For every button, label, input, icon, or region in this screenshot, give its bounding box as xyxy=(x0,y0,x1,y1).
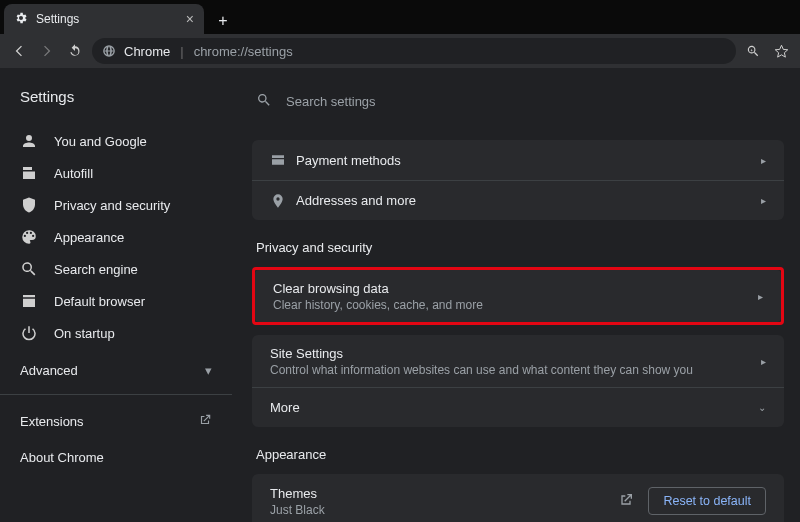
shield-icon xyxy=(20,196,38,214)
sidebar-item-privacy[interactable]: Privacy and security xyxy=(0,189,232,221)
sidebar-item-label: Default browser xyxy=(54,294,145,309)
sidebar-item-autofill[interactable]: Autofill xyxy=(0,157,232,189)
row-addresses[interactable]: Addresses and more ▸ xyxy=(252,180,784,220)
sidebar-item-label: You and Google xyxy=(54,134,147,149)
power-icon xyxy=(20,324,38,342)
chevron-right-icon: ▸ xyxy=(761,195,766,206)
extensions-label: Extensions xyxy=(20,414,84,429)
forward-button[interactable] xyxy=(36,40,58,62)
settings-heading: Settings xyxy=(0,84,232,125)
row-title: Clear browsing data xyxy=(273,281,758,296)
row-title: More xyxy=(270,400,758,415)
settings-main: Payment methods ▸ Addresses and more ▸ P… xyxy=(232,68,800,522)
settings-search-input[interactable] xyxy=(286,94,800,109)
url-origin: Chrome xyxy=(124,44,170,59)
person-icon xyxy=(20,132,38,150)
browser-icon xyxy=(20,292,38,310)
sidebar-extensions-link[interactable]: Extensions xyxy=(0,403,232,439)
row-payment-methods[interactable]: Payment methods ▸ xyxy=(252,140,784,180)
section-header-appearance: Appearance xyxy=(252,437,784,474)
row-site-settings[interactable]: Site Settings Control what information w… xyxy=(252,335,784,387)
row-subtitle: Just Black xyxy=(270,503,618,517)
reset-theme-button[interactable]: Reset to default xyxy=(648,487,766,515)
external-link-icon[interactable] xyxy=(618,492,634,511)
row-subtitle: Clear history, cookies, cache, and more xyxy=(273,298,758,312)
chevron-right-icon: ▸ xyxy=(758,291,763,302)
sidebar-divider xyxy=(0,394,232,395)
sidebar-about-link[interactable]: About Chrome xyxy=(0,439,232,475)
palette-icon xyxy=(20,228,38,246)
zoom-icon[interactable] xyxy=(742,44,764,59)
advanced-label: Advanced xyxy=(20,363,78,378)
row-clear-browsing-data[interactable]: Clear browsing data Clear history, cooki… xyxy=(255,270,781,322)
clear-browsing-data-highlight: Clear browsing data Clear history, cooki… xyxy=(252,267,784,325)
privacy-card: Site Settings Control what information w… xyxy=(252,335,784,427)
sidebar-item-label: Privacy and security xyxy=(54,198,170,213)
url-separator: | xyxy=(178,44,185,59)
close-icon[interactable]: × xyxy=(186,11,194,27)
location-icon xyxy=(270,193,296,209)
row-themes[interactable]: Themes Just Black Reset to default xyxy=(252,474,784,522)
chevron-right-icon: ▸ xyxy=(761,155,766,166)
reload-button[interactable] xyxy=(64,40,86,62)
autofill-icon xyxy=(20,164,38,182)
about-label: About Chrome xyxy=(20,450,104,465)
sidebar-item-default-browser[interactable]: Default browser xyxy=(0,285,232,317)
url-path: chrome://settings xyxy=(194,44,293,59)
chevron-right-icon: ▸ xyxy=(761,356,766,367)
row-subtitle: Control what information websites can us… xyxy=(270,363,761,377)
chevron-down-icon: ⌄ xyxy=(758,402,766,413)
row-more[interactable]: More ⌄ xyxy=(252,387,784,427)
sidebar-item-label: Search engine xyxy=(54,262,138,277)
row-title: Addresses and more xyxy=(296,193,761,208)
search-icon xyxy=(20,260,38,278)
section-header-privacy: Privacy and security xyxy=(252,230,784,267)
search-icon xyxy=(256,92,272,111)
credit-card-icon xyxy=(270,152,296,168)
browser-tab-settings[interactable]: Settings × xyxy=(4,4,204,34)
sidebar-item-label: Autofill xyxy=(54,166,93,181)
row-title: Themes xyxy=(270,486,618,501)
back-button[interactable] xyxy=(8,40,30,62)
settings-sidebar: Settings You and Google Autofill Privacy… xyxy=(0,68,232,522)
gear-icon xyxy=(14,11,28,28)
address-bar[interactable]: Chrome | chrome://settings xyxy=(92,38,736,64)
sidebar-item-search-engine[interactable]: Search engine xyxy=(0,253,232,285)
autofill-card: Payment methods ▸ Addresses and more ▸ xyxy=(252,140,784,220)
settings-search[interactable] xyxy=(232,84,800,118)
sidebar-advanced-toggle[interactable]: Advanced ▾ xyxy=(0,349,232,386)
tab-strip: Settings × + xyxy=(0,0,800,34)
new-tab-button[interactable]: + xyxy=(210,8,236,34)
site-info-icon[interactable] xyxy=(102,44,116,58)
browser-toolbar: Chrome | chrome://settings xyxy=(0,34,800,68)
sidebar-item-label: Appearance xyxy=(54,230,124,245)
sidebar-item-label: On startup xyxy=(54,326,115,341)
appearance-card: Themes Just Black Reset to default Show … xyxy=(252,474,784,522)
sidebar-item-on-startup[interactable]: On startup xyxy=(0,317,232,349)
row-title: Payment methods xyxy=(296,153,761,168)
chevron-down-icon: ▾ xyxy=(205,363,212,378)
external-link-icon xyxy=(198,413,212,430)
tab-title: Settings xyxy=(36,12,79,26)
sidebar-item-appearance[interactable]: Appearance xyxy=(0,221,232,253)
row-title: Site Settings xyxy=(270,346,761,361)
bookmark-icon[interactable] xyxy=(770,44,792,59)
sidebar-item-you-and-google[interactable]: You and Google xyxy=(0,125,232,157)
